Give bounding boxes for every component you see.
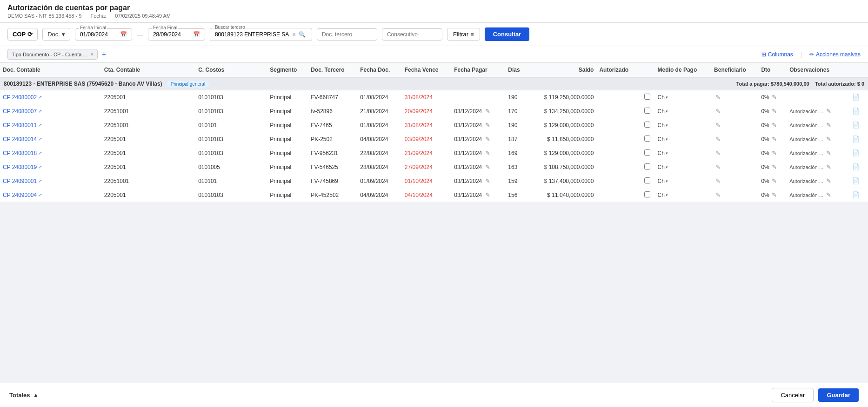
clear-tercero-button[interactable]: × bbox=[292, 31, 296, 38]
edit-beneficiario-button[interactable]: ✎ bbox=[714, 107, 722, 115]
edit-beneficiario-button[interactable]: ✎ bbox=[714, 135, 722, 143]
doc-tercero-input[interactable] bbox=[317, 28, 377, 41]
edit-beneficiario-button[interactable]: ✎ bbox=[714, 177, 722, 185]
row-document-button[interactable]: 📄 bbox=[851, 149, 861, 157]
edit-observaciones-button[interactable]: ✎ bbox=[825, 135, 833, 143]
cell-check bbox=[640, 118, 654, 132]
doc-number: CP 24080019 bbox=[3, 164, 37, 170]
row-document-button[interactable]: 📄 bbox=[851, 191, 861, 199]
cell-fecha-vence: 01/10/2024 bbox=[402, 174, 451, 188]
fecha-pagar-value: 03/12/2024 bbox=[454, 136, 482, 142]
edit-dto-button[interactable]: ✎ bbox=[770, 191, 778, 199]
autorizado-checkbox[interactable] bbox=[644, 149, 650, 156]
cell-dias: 170 bbox=[505, 104, 527, 118]
doc-link[interactable]: CP 24080019 ↗ bbox=[3, 164, 99, 170]
doc-link[interactable]: CP 24080018 ↗ bbox=[3, 150, 99, 156]
chevron-down-icon: ▾ bbox=[666, 179, 668, 183]
buscar-tercero-input[interactable] bbox=[215, 31, 289, 38]
mass-actions-button[interactable]: ✏ Acciones masivas bbox=[809, 51, 861, 58]
cell-check bbox=[640, 188, 654, 202]
doc-selector[interactable]: Doc. ▾ bbox=[42, 28, 70, 41]
remove-filter-tag-button[interactable]: × bbox=[90, 51, 94, 58]
currency-button[interactable]: COP ⟳ bbox=[7, 28, 38, 41]
edit-fecha-pagar-button[interactable]: ✎ bbox=[484, 163, 492, 171]
col-fecha-vence: Fecha Vence bbox=[402, 63, 451, 77]
doc-link[interactable]: CP 24080014 ↗ bbox=[3, 136, 99, 142]
edit-fecha-pagar-button[interactable]: ✎ bbox=[484, 135, 492, 143]
edit-fecha-pagar-button[interactable]: ✎ bbox=[484, 177, 492, 185]
cell-autorizado bbox=[596, 90, 640, 104]
edit-observaciones-button[interactable]: ✎ bbox=[825, 107, 833, 115]
dto-value: 0% bbox=[761, 136, 769, 142]
edit-dto-button[interactable]: ✎ bbox=[770, 107, 778, 115]
cell-autorizado bbox=[596, 132, 640, 146]
edit-beneficiario-button[interactable]: ✎ bbox=[714, 149, 722, 157]
fecha-vence-value: 01/10/2024 bbox=[405, 178, 433, 184]
chevron-down-icon: ▾ bbox=[666, 151, 668, 156]
edit-fecha-pagar-button[interactable]: ✎ bbox=[484, 107, 492, 115]
cell-doc-tercero: fv-52896 bbox=[308, 104, 357, 118]
cell-autorizado bbox=[596, 118, 640, 132]
row-document-button[interactable]: 📄 bbox=[851, 121, 861, 129]
edit-observaciones-button[interactable]: ✎ bbox=[825, 121, 833, 129]
company-label: DEMO SAS - NIT 85,133,458 - 9 bbox=[7, 13, 81, 19]
consultar-button[interactable]: Consultar bbox=[485, 27, 530, 41]
edit-fecha-pagar-button[interactable]: ✎ bbox=[484, 191, 492, 199]
cell-beneficiario: ✎ bbox=[711, 118, 758, 132]
edit-observaciones-button[interactable]: ✎ bbox=[825, 177, 833, 185]
autorizado-checkbox[interactable] bbox=[644, 122, 650, 128]
edit-dto-button[interactable]: ✎ bbox=[770, 163, 778, 171]
doc-link[interactable]: CP 24080002 ↗ bbox=[3, 94, 99, 101]
autorizado-checkbox[interactable] bbox=[644, 177, 650, 183]
edit-observaciones-button[interactable]: ✎ bbox=[825, 149, 833, 157]
doc-link[interactable]: CP 24080011 ↗ bbox=[3, 122, 99, 129]
fecha-inicial-input[interactable] bbox=[80, 31, 117, 38]
row-document-button[interactable]: 📄 bbox=[851, 177, 861, 185]
row-document-button[interactable]: 📄 bbox=[851, 163, 861, 171]
doc-number: CP 24080014 bbox=[3, 136, 37, 142]
autorizado-checkbox[interactable] bbox=[644, 191, 650, 197]
columns-button[interactable]: ⊞ Columnas bbox=[761, 51, 793, 58]
fecha-vence-value: 03/09/2024 bbox=[405, 136, 433, 142]
cell-saldo: $ 11,850,000.0000 bbox=[527, 132, 596, 146]
autorizado-checkbox[interactable] bbox=[644, 136, 650, 142]
sync-icon[interactable]: ⟳ bbox=[27, 31, 33, 38]
fecha-final-input[interactable] bbox=[153, 31, 190, 38]
doc-link[interactable]: CP 24090001 ↗ bbox=[3, 178, 99, 184]
edit-dto-button[interactable]: ✎ bbox=[770, 149, 778, 157]
edit-beneficiario-button[interactable]: ✎ bbox=[714, 93, 722, 101]
edit-dto-button[interactable]: ✎ bbox=[770, 121, 778, 129]
medio-pago-value: Ch bbox=[658, 122, 665, 129]
row-document-button[interactable]: 📄 bbox=[851, 93, 861, 101]
autorizado-checkbox[interactable] bbox=[644, 108, 650, 114]
doc-number: CP 24080018 bbox=[3, 150, 37, 156]
col-dto: Dto bbox=[758, 63, 787, 77]
edit-observaciones-button[interactable]: ✎ bbox=[825, 191, 833, 199]
cell-cta: 2205001 bbox=[101, 90, 195, 104]
edit-beneficiario-button[interactable]: ✎ bbox=[714, 121, 722, 129]
edit-dto-button[interactable]: ✎ bbox=[770, 177, 778, 185]
add-filter-button[interactable]: + bbox=[101, 50, 107, 59]
cell-saldo: $ 11,040,000.0000 bbox=[527, 188, 596, 202]
row-document-button[interactable]: 📄 bbox=[851, 107, 861, 115]
edit-dto-button[interactable]: ✎ bbox=[770, 93, 778, 101]
autorizado-checkbox[interactable] bbox=[644, 163, 650, 170]
edit-beneficiario-button[interactable]: ✎ bbox=[714, 163, 722, 171]
doc-link[interactable]: CP 24080007 ↗ bbox=[3, 108, 99, 115]
edit-dto-button[interactable]: ✎ bbox=[770, 135, 778, 143]
edit-beneficiario-button[interactable]: ✎ bbox=[714, 191, 722, 199]
doc-link[interactable]: CP 24090004 ↗ bbox=[3, 192, 99, 198]
cell-dias: 156 bbox=[505, 188, 527, 202]
consecutivo-input[interactable] bbox=[382, 28, 442, 41]
autorizado-checkbox[interactable] bbox=[644, 94, 650, 100]
calendar-icon-end[interactable]: 📅 bbox=[193, 31, 200, 38]
cell-cta: 22051001 bbox=[101, 104, 195, 118]
filter-button[interactable]: Filtrar ≡ bbox=[447, 28, 480, 41]
edit-fecha-pagar-button[interactable]: ✎ bbox=[484, 149, 492, 157]
edit-observaciones-button[interactable]: ✎ bbox=[825, 163, 833, 171]
calendar-icon[interactable]: 📅 bbox=[120, 31, 127, 38]
search-icon[interactable]: 🔍 bbox=[299, 31, 306, 38]
fecha-vence-value: 31/08/2024 bbox=[405, 94, 433, 101]
edit-fecha-pagar-button[interactable]: ✎ bbox=[484, 121, 492, 129]
row-document-button[interactable]: 📄 bbox=[851, 135, 861, 143]
